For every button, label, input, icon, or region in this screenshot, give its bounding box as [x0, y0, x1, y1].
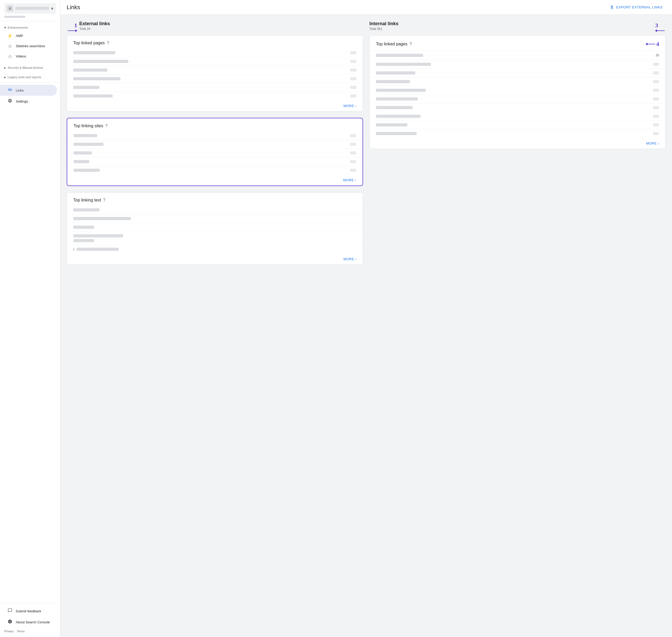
more-link-sites[interactable]: MORE › [343, 178, 356, 182]
links-label: Links [16, 88, 24, 92]
row-text [73, 134, 97, 137]
more-label-text: MORE [343, 257, 354, 261]
table-row [370, 103, 666, 112]
sidebar-item-amp[interactable]: ⚡ AMP [0, 31, 57, 41]
row-num [653, 132, 659, 135]
links-icon [7, 87, 13, 93]
sidebar-item-about[interactable]: About Search Console [0, 617, 57, 627]
table-row [370, 129, 666, 138]
sidebar-item-feedback[interactable]: Submit feedback [0, 605, 57, 617]
amp-label: AMP [16, 34, 23, 38]
terms-link[interactable]: Terms [17, 630, 25, 633]
sidebar-bottom: Submit feedback About Search Console Pri… [0, 599, 60, 637]
arrow-head-4 [646, 43, 648, 46]
table-row [67, 140, 362, 148]
help-icon-4[interactable]: ? [103, 198, 106, 202]
table-row [370, 94, 666, 103]
row-num [653, 80, 659, 83]
top-linking-sites-rows [67, 131, 362, 175]
security-label: Security & Manual Actions [7, 66, 43, 69]
row-num [350, 169, 356, 172]
sitelinks-icon: ◇ [7, 43, 13, 49]
feedback-label: Submit feedback [16, 609, 41, 613]
row-text [77, 248, 119, 251]
help-icon-3[interactable]: ? [105, 124, 108, 128]
more-footer-sites: MORE › [67, 175, 362, 185]
external-links-total: Total 24 [79, 27, 363, 31]
sidebar-item-videos[interactable]: ◇ Videos [0, 51, 57, 61]
row-text [73, 60, 128, 63]
annotation-3-container: 3 [653, 21, 666, 31]
help-icon-2[interactable]: ? [409, 42, 412, 47]
row-text [376, 132, 417, 135]
row-text [376, 115, 421, 118]
dropdown-icon: ▾ [51, 6, 53, 11]
top-linked-pages-internal-header: Top linked pages ? 4 [370, 35, 666, 51]
annotation-1: 1 [74, 22, 77, 29]
top-linked-pages-external-rows [67, 49, 363, 100]
row-text [73, 217, 131, 220]
table-row [67, 92, 363, 100]
sidebar-item-links[interactable]: Links [0, 85, 57, 96]
table-row [67, 57, 363, 66]
sidebar-item-sitelinks[interactable]: ◇ Sitelinks searchbox [0, 41, 57, 51]
row-count-visible: 35 [656, 54, 659, 57]
table-row [67, 231, 363, 245]
row-text [376, 106, 413, 109]
row-num [350, 94, 356, 97]
more-link-int[interactable]: MORE › [646, 141, 659, 145]
more-footer-int: MORE › [370, 138, 666, 149]
table-row [370, 86, 666, 94]
table-row [67, 206, 363, 214]
security-section[interactable]: ▸ Security & Manual Actions [0, 61, 60, 71]
more-link-ext[interactable]: MORE › [343, 104, 356, 108]
row-text [376, 63, 431, 66]
row-text [376, 97, 418, 101]
export-external-links-button[interactable]: EXPORT EXTERNAL LINKS [606, 3, 666, 12]
property-selector[interactable]: ⊞ ▾ [4, 3, 56, 14]
table-row [67, 66, 363, 74]
chevron-icon: ▾ [4, 25, 6, 30]
legacy-section[interactable]: ▸ Legacy tools and reports [0, 71, 60, 80]
internal-links-total: Total 261 [369, 27, 653, 31]
divider-bottom [0, 603, 60, 603]
arrow-line-3 [655, 31, 665, 31]
external-links-title: External links [79, 21, 363, 26]
more-link-text[interactable]: MORE › [343, 257, 356, 261]
privacy-link[interactable]: Privacy [4, 630, 14, 633]
table-row [370, 112, 666, 121]
top-linking-sites-header: Top linking sites ? [67, 118, 362, 131]
top-bar: Links EXPORT EXTERNAL LINKS [60, 0, 672, 15]
left-column: 1 External links Total 24 2 [67, 21, 363, 265]
arrow-head-3 [655, 30, 657, 32]
row-text [73, 151, 92, 154]
sidebar-top: ⊞ ▾ [0, 0, 60, 21]
row-text [73, 143, 104, 146]
row-text-2 [73, 239, 94, 242]
row-num [350, 160, 356, 163]
chevron-right-icon: › [355, 178, 356, 182]
help-icon-1[interactable]: ? [107, 41, 109, 46]
external-links-title-area: External links Total 24 [79, 21, 363, 31]
row-num [653, 106, 659, 109]
table-row [67, 148, 362, 157]
row-text [73, 77, 121, 80]
chevron-icon: ▸ [4, 75, 6, 79]
row-text [73, 69, 107, 72]
row-label: ε [73, 248, 74, 251]
table-row [67, 214, 363, 223]
table-row [370, 60, 666, 69]
row-text [376, 54, 423, 57]
right-column: Internal links Total 261 3 Top linked pa… [369, 21, 666, 149]
enhancements-section[interactable]: ▾ Enhancements [0, 21, 60, 31]
sidebar-item-settings[interactable]: Settings [0, 96, 57, 107]
row-num [653, 123, 659, 126]
table-row [370, 121, 666, 129]
feedback-icon [7, 608, 13, 614]
annotation-4-container: 4 [646, 41, 659, 48]
row-text [73, 169, 100, 172]
property-icon: ⊞ [7, 5, 13, 12]
about-label: About Search Console [16, 620, 50, 624]
table-row [67, 166, 362, 175]
sub-property [4, 16, 25, 18]
